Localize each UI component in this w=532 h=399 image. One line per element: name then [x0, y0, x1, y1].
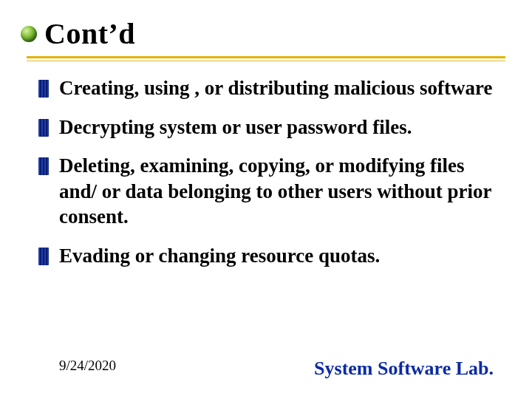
bullet-icon	[38, 119, 49, 137]
slide-title: Cont’d	[44, 16, 135, 51]
footer: 9/24/2020 System Software Lab.	[0, 358, 532, 380]
bullet-icon	[38, 157, 49, 175]
bullet-icon	[38, 248, 49, 265]
bullet-text: Deleting, examining, copying, or modifyi…	[59, 153, 502, 230]
list-item: Deleting, examining, copying, or modifyi…	[38, 153, 502, 230]
footer-date: 9/24/2020	[59, 358, 116, 380]
bullet-icon	[38, 80, 49, 98]
bullet-text: Evading or changing resource quotas.	[59, 243, 380, 269]
bullet-text: Decrypting system or user password files…	[59, 115, 412, 140]
underline-thick	[27, 56, 505, 58]
title-underline	[27, 55, 505, 62]
bullet-text: Creating, using , or distributing malici…	[59, 75, 493, 101]
list-item: Creating, using , or distributing malici…	[38, 75, 502, 101]
slide: Cont’d Creating, using , or distributing…	[0, 0, 532, 399]
list-item: Decrypting system or user password files…	[38, 115, 502, 140]
footer-lab: System Software Lab.	[314, 358, 494, 380]
sphere-icon	[21, 26, 37, 42]
underline-thin	[27, 61, 505, 61]
list-item: Evading or changing resource quotas.	[38, 243, 502, 269]
body: Creating, using , or distributing malici…	[38, 75, 502, 282]
title-row: Cont’d	[21, 16, 135, 51]
